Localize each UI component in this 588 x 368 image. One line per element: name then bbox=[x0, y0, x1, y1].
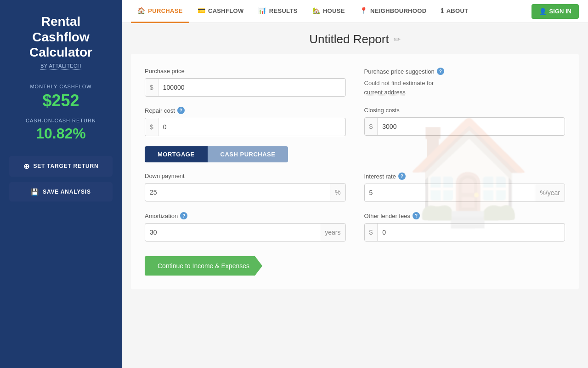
save-analysis-button[interactable]: SAVE ANALYSIS bbox=[9, 182, 113, 201]
purchase-price-row: Purchase price $ Purchase price suggesti… bbox=[145, 68, 565, 97]
closing-costs-input-wrap: $ bbox=[364, 117, 565, 136]
purchase-type-toggle: MORTGAGE CASH PURCHASE bbox=[145, 146, 565, 162]
purchase-suggestion-group: Purchase price suggestion ? Could not fi… bbox=[364, 68, 565, 97]
cash-on-cash-value: 10.82% bbox=[36, 125, 86, 142]
purchase-price-group: Purchase price $ bbox=[145, 68, 346, 97]
interest-rate-help-icon[interactable]: ? bbox=[398, 172, 406, 180]
interest-rate-input[interactable] bbox=[365, 184, 535, 201]
nav-cashflow[interactable]: CASHFLOW bbox=[191, 0, 250, 23]
down-payment-group: Down payment % bbox=[145, 172, 346, 202]
set-target-return-button[interactable]: SET TARGET RETURN bbox=[9, 156, 113, 177]
purchase-price-input[interactable] bbox=[158, 79, 345, 96]
amortization-suffix: years bbox=[320, 224, 345, 241]
repair-cost-prefix: $ bbox=[145, 118, 158, 136]
closing-costs-input[interactable] bbox=[378, 118, 565, 135]
other-lender-fees-input[interactable] bbox=[378, 224, 565, 241]
interest-rate-label: Interest rate ? bbox=[364, 172, 565, 180]
nav-purchase[interactable]: PURCHASE bbox=[131, 0, 189, 23]
neighbourhood-icon bbox=[360, 7, 368, 14]
other-lender-fees-label: Other lender fees ? bbox=[364, 212, 565, 219]
purchase-price-label: Purchase price bbox=[145, 68, 346, 75]
down-payment-suffix: % bbox=[330, 184, 345, 201]
closing-costs-group: Closing costs $ bbox=[364, 107, 565, 136]
interest-rate-group: Interest rate ? %/year bbox=[364, 172, 565, 202]
monthly-cashflow-value: $252 bbox=[42, 91, 79, 110]
amortization-input[interactable] bbox=[145, 224, 320, 241]
page-header: Untitled Report ✏ bbox=[122, 23, 588, 54]
monthly-cashflow-label: MONTHLY CASHFLOW bbox=[30, 84, 91, 89]
other-lender-fees-help-icon[interactable]: ? bbox=[413, 212, 420, 219]
interest-rate-suffix: %/year bbox=[535, 184, 565, 201]
other-lender-fees-prefix: $ bbox=[365, 224, 378, 241]
cash-on-cash-label: CASH-ON-CASH RETURN bbox=[26, 118, 96, 123]
repair-closing-row: Repair cost ? $ Closing costs $ bbox=[145, 107, 565, 136]
purchase-price-prefix: $ bbox=[145, 79, 158, 96]
nav-house[interactable]: HOUSE bbox=[306, 0, 351, 23]
closing-costs-label: Closing costs bbox=[364, 107, 565, 114]
purchase-price-input-wrap: $ bbox=[145, 78, 346, 97]
other-lender-fees-group: Other lender fees ? $ bbox=[364, 212, 565, 242]
cashflow-icon bbox=[198, 7, 205, 14]
other-lender-fees-input-wrap: $ bbox=[364, 223, 565, 242]
down-payment-input-wrap: % bbox=[145, 183, 346, 201]
nav-results[interactable]: RESULTS bbox=[252, 0, 304, 23]
closing-costs-prefix: $ bbox=[365, 118, 378, 135]
by-label: BY ATTALITECH bbox=[40, 63, 81, 70]
cash-purchase-button[interactable]: CASH PURCHASE bbox=[208, 146, 288, 162]
house-icon bbox=[312, 7, 320, 14]
target-icon bbox=[23, 162, 30, 171]
purchase-suggestion-label: Purchase price suggestion ? bbox=[364, 68, 565, 75]
purchase-suggestion-help-icon[interactable]: ? bbox=[437, 68, 444, 75]
edit-title-icon[interactable]: ✏ bbox=[394, 34, 401, 45]
app-title: Rental Cashflow Calculator bbox=[29, 14, 92, 60]
repair-cost-input[interactable] bbox=[158, 118, 345, 136]
sidebar: Rental Cashflow Calculator BY ATTALITECH… bbox=[0, 0, 122, 368]
down-payment-row: Down payment % Interest rate ? %/year bbox=[145, 172, 565, 202]
top-navigation: PURCHASE CASHFLOW RESULTS HOUSE NEIGHBOU… bbox=[122, 0, 588, 23]
continue-button[interactable]: Continue to Income & Expenses bbox=[145, 256, 262, 276]
sign-in-button[interactable]: SIGN IN bbox=[531, 4, 579, 19]
about-icon bbox=[441, 7, 443, 14]
amortization-label: Amortization ? bbox=[145, 212, 346, 219]
amortization-row: Amortization ? years Other lender fees ?… bbox=[145, 212, 565, 242]
purchase-form: 🏠 Purchase price $ Purchase price sugges… bbox=[131, 54, 579, 289]
amortization-input-wrap: years bbox=[145, 223, 346, 242]
nav-neighbourhood[interactable]: NEIGHBOURHOOD bbox=[353, 0, 433, 23]
results-icon bbox=[258, 7, 266, 14]
purchase-suggestion-text: Could not find estimate for current addr… bbox=[364, 79, 565, 97]
repair-cost-group: Repair cost ? $ bbox=[145, 107, 346, 136]
current-address-link[interactable]: current address bbox=[364, 89, 406, 96]
down-payment-label: Down payment bbox=[145, 172, 346, 179]
main-content: PURCHASE CASHFLOW RESULTS HOUSE NEIGHBOU… bbox=[122, 0, 588, 368]
save-icon bbox=[31, 188, 39, 196]
page-title: Untitled Report bbox=[309, 32, 389, 46]
amortization-help-icon[interactable]: ? bbox=[180, 212, 187, 219]
purchase-icon bbox=[137, 7, 145, 14]
repair-cost-help-icon[interactable]: ? bbox=[177, 107, 185, 114]
amortization-group: Amortization ? years bbox=[145, 212, 346, 242]
down-payment-input[interactable] bbox=[145, 184, 330, 201]
mortgage-button[interactable]: MORTGAGE bbox=[145, 146, 208, 162]
interest-rate-input-wrap: %/year bbox=[364, 184, 565, 202]
nav-about[interactable]: ABOUT bbox=[435, 0, 475, 23]
repair-cost-label: Repair cost ? bbox=[145, 107, 346, 114]
repair-cost-input-wrap: $ bbox=[145, 118, 346, 136]
user-icon bbox=[539, 8, 547, 15]
